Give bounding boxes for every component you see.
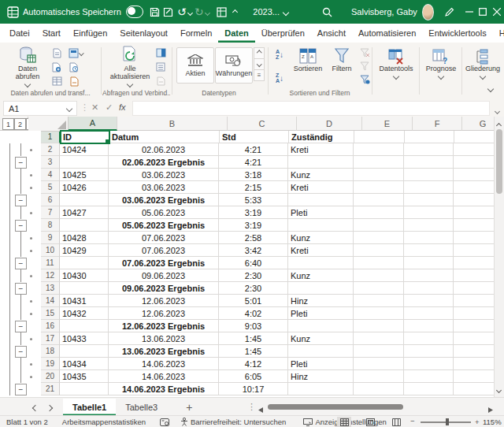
row-header-9[interactable]: 9 <box>41 232 60 244</box>
cell-C12[interactable]: 2:30 <box>219 269 288 282</box>
ribbon-tab-ansicht[interactable]: Ansicht <box>311 24 352 43</box>
cell-B12[interactable]: 09.06.2023 <box>109 269 219 282</box>
cell-A13[interactable] <box>60 282 109 295</box>
touch-mode-chevron-icon[interactable] <box>229 3 241 20</box>
row-header-8[interactable]: 8 <box>41 219 60 232</box>
row-header-4[interactable]: 4 <box>41 169 60 181</box>
forecast-dropdown[interactable]: ? Prognose <box>422 49 460 79</box>
cell-F1[interactable] <box>405 131 454 143</box>
cell-C5[interactable]: 2:15 <box>219 181 288 194</box>
datatype-stocks-card[interactable]: Aktien <box>176 47 214 84</box>
name-box[interactable]: A1 <box>3 101 77 116</box>
cell-A6[interactable] <box>60 194 109 206</box>
cell-F9[interactable] <box>404 232 454 244</box>
cell-G8[interactable] <box>454 219 495 232</box>
cell-E9[interactable] <box>354 232 404 244</box>
page-layout-view-button[interactable] <box>363 417 377 427</box>
cell-G4[interactable] <box>454 169 495 181</box>
cell-C6[interactable]: 5:33 <box>219 194 288 206</box>
cell-G7[interactable] <box>454 206 495 219</box>
cell-C15[interactable]: 4:02 <box>219 307 288 320</box>
ribbon-tab-entwicklertools[interactable]: Entwicklertools <box>422 24 492 43</box>
row-header-19[interactable]: 19 <box>41 358 60 370</box>
cell-B16[interactable]: 12.06.2023 Ergebnis <box>109 320 219 332</box>
cell-D7[interactable]: Pleti <box>288 206 354 219</box>
cell-B1[interactable]: Datum <box>109 131 220 143</box>
cell-F16[interactable] <box>404 320 454 332</box>
hscroll-right-icon[interactable] <box>488 405 493 414</box>
row-header-12[interactable]: 12 <box>41 269 60 282</box>
cell-B8[interactable]: 05.06.2023 Ergebnis <box>109 219 219 232</box>
cell-C10[interactable]: 3:42 <box>219 244 288 257</box>
column-header-A[interactable]: A <box>69 117 117 131</box>
cell-G12[interactable] <box>454 269 495 282</box>
cell-E18[interactable] <box>354 345 404 358</box>
datatype-currencies-card[interactable]: Währungen <box>215 47 253 84</box>
sort-button[interactable]: ZA Sortieren <box>290 47 326 72</box>
cell-G11[interactable] <box>454 257 495 269</box>
row-header-16[interactable]: 16 <box>41 320 60 332</box>
outline-level-2-button[interactable]: 2 <box>14 118 26 130</box>
column-header-F[interactable]: F <box>413 117 462 131</box>
formula-input[interactable] <box>132 101 490 116</box>
cell-F5[interactable] <box>404 181 454 194</box>
cell-C17[interactable]: 1:45 <box>219 332 288 345</box>
cell-C9[interactable]: 2:58 <box>219 232 288 244</box>
cell-D9[interactable]: Kunz <box>288 232 354 244</box>
cell-D19[interactable]: Pleti <box>288 358 354 370</box>
get-data-button[interactable]: Daten abrufen <box>8 46 47 87</box>
cell-A21[interactable] <box>60 383 109 395</box>
horizontal-scroll-thumb[interactable] <box>268 404 403 410</box>
document-title[interactable]: 2023... <box>253 7 280 17</box>
macro-record-icon[interactable] <box>160 418 169 426</box>
cell-A10[interactable]: 10429 <box>60 244 109 257</box>
cell-B14[interactable]: 12.06.2023 <box>109 295 219 307</box>
cell-G2[interactable] <box>454 143 495 156</box>
insert-function-icon[interactable]: fx <box>119 102 126 112</box>
cell-F21[interactable] <box>404 383 454 395</box>
cell-E17[interactable] <box>354 332 404 345</box>
sort-descending-icon[interactable]: ZA↓ <box>272 72 287 84</box>
row-header-18[interactable]: 18 <box>41 345 60 358</box>
from-text-icon[interactable] <box>50 47 63 58</box>
row-header-10[interactable]: 10 <box>41 244 60 257</box>
zoom-out-button[interactable]: − <box>410 417 415 425</box>
sheet-tab-tabelle3[interactable]: Tabelle3 <box>116 399 167 416</box>
cell-G3[interactable] <box>454 156 495 169</box>
confirm-entry-icon[interactable]: ✓ <box>106 102 113 113</box>
cell-E10[interactable] <box>354 244 404 257</box>
save-icon[interactable] <box>149 3 161 20</box>
cell-B5[interactable]: 03.06.2023 <box>109 181 219 194</box>
cell-E12[interactable] <box>354 269 404 282</box>
cell-C13[interactable]: 2:30 <box>219 282 288 295</box>
vertical-scrollbar[interactable] <box>494 117 504 397</box>
cell-B7[interactable]: 05.06.2023 <box>109 206 219 219</box>
cell-E3[interactable] <box>354 156 404 169</box>
cell-G6[interactable] <box>454 194 495 206</box>
vertical-scroll-thumb[interactable] <box>496 129 502 194</box>
cell-A17[interactable]: 10433 <box>60 332 109 345</box>
cell-E21[interactable] <box>354 383 404 395</box>
cell-F20[interactable] <box>404 370 454 383</box>
cell-E5[interactable] <box>354 181 404 194</box>
cell-F8[interactable] <box>404 219 454 232</box>
cell-F17[interactable] <box>404 332 454 345</box>
table-view-icon[interactable] <box>216 3 228 20</box>
save-as-icon[interactable] <box>162 3 174 20</box>
from-table-icon[interactable] <box>50 61 63 72</box>
cell-B4[interactable]: 03.06.2023 <box>109 169 219 181</box>
cell-E2[interactable] <box>354 143 404 156</box>
maximize-button[interactable] <box>476 0 490 24</box>
cell-A12[interactable]: 10430 <box>60 269 109 282</box>
cell-A8[interactable] <box>60 219 109 232</box>
cell-E19[interactable] <box>354 358 404 370</box>
cell-G10[interactable] <box>454 244 495 257</box>
cell-C4[interactable]: 3:18 <box>219 169 288 181</box>
clear-filter-icon[interactable] <box>358 47 371 58</box>
cell-C8[interactable]: 3:19 <box>219 219 288 232</box>
cell-C21[interactable]: 10:17 <box>219 383 288 395</box>
ribbon-tab-formeln[interactable]: Formeln <box>174 24 218 43</box>
cell-G21[interactable] <box>454 383 495 395</box>
row-header-13[interactable]: 13 <box>41 282 60 295</box>
row-header-1[interactable]: 1 <box>41 131 61 143</box>
